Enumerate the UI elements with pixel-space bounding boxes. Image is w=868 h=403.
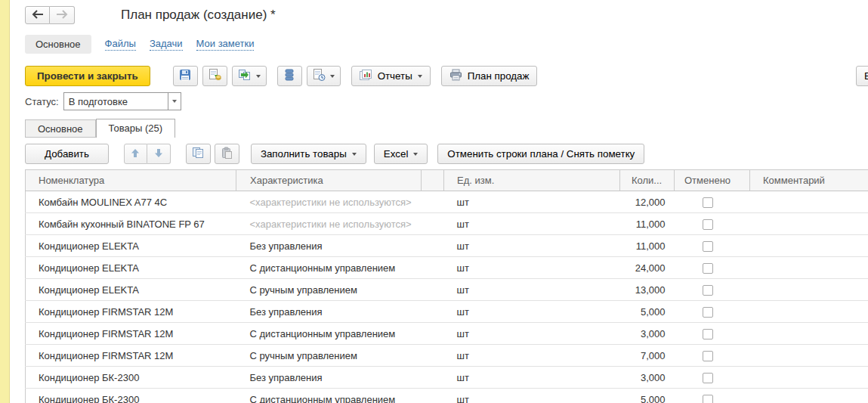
cell-unit[interactable]: шт — [444, 191, 620, 213]
cell-unit[interactable]: шт — [444, 301, 620, 323]
table-row[interactable]: Кондиционер ELEKTA С ручным управлением … — [26, 279, 868, 301]
column-header-cancelled[interactable]: Отменено — [675, 170, 750, 191]
cell-nomenclature[interactable]: Кондиционер ELEKTA — [26, 235, 236, 257]
cell-comment[interactable] — [750, 389, 868, 403]
structure-button[interactable] — [277, 66, 302, 86]
create-based-on-button[interactable] — [232, 66, 267, 86]
cell-quantity[interactable]: 5,000 — [620, 301, 675, 323]
fill-products-button[interactable]: Заполнить товары — [251, 144, 366, 164]
table-row[interactable]: Кондиционер FIRMSTAR 12M Без управления … — [26, 301, 868, 323]
cell-unit[interactable]: шт — [444, 389, 620, 403]
cell-comment[interactable] — [750, 191, 868, 213]
cell-quantity[interactable]: 3,000 — [620, 367, 675, 389]
navtab-moi-zametki[interactable]: Мои заметки — [196, 38, 255, 51]
table-row[interactable]: Кондиционер БК-2300 С дистанционным упра… — [26, 389, 868, 403]
forward-button[interactable] — [50, 6, 75, 24]
cell-unit[interactable]: шт — [444, 367, 620, 389]
cell-comment[interactable] — [750, 323, 868, 345]
back-button[interactable] — [25, 6, 50, 24]
cell-comment[interactable] — [750, 213, 868, 235]
cancelled-checkbox[interactable] — [703, 197, 713, 208]
cell-unit[interactable]: шт — [444, 257, 620, 279]
table-row[interactable]: Комбайн MOULINEX A77 4C <характеристики … — [26, 191, 868, 213]
cancelled-checkbox[interactable] — [703, 263, 713, 274]
cell-unit[interactable]: шт — [444, 235, 620, 257]
post-document-button[interactable] — [202, 66, 227, 86]
cell-nomenclature[interactable]: Комбайн MOULINEX A77 4C — [26, 191, 236, 213]
tab-osnovnoe[interactable]: Основное — [25, 119, 96, 138]
excel-button[interactable]: Excel — [374, 144, 428, 164]
cell-unit[interactable]: шт — [444, 213, 620, 235]
save-button[interactable] — [173, 66, 198, 86]
add-row-button[interactable]: Добавить — [25, 144, 109, 164]
paste-button[interactable] — [215, 144, 239, 164]
cancelled-checkbox[interactable] — [703, 351, 713, 361]
cancelled-checkbox[interactable] — [703, 373, 713, 383]
cell-unit[interactable]: шт — [444, 279, 620, 301]
cell-characteristic[interactable]: <характеристики не используются> — [236, 213, 422, 235]
cell-comment[interactable] — [750, 257, 868, 279]
table-row[interactable]: Кондиционер FIRMSTAR 12M С дистанционным… — [26, 323, 868, 345]
table-row[interactable]: Кондиционер БК-2300 Без управления шт 3,… — [26, 367, 868, 389]
copy-button[interactable] — [186, 144, 211, 164]
column-header-comment[interactable]: Комментарий — [750, 170, 868, 191]
cell-unit[interactable]: шт — [444, 323, 620, 345]
column-header-unit[interactable]: Ед. изм. — [444, 170, 620, 191]
post-and-close-button[interactable]: Провести и закрыть — [25, 66, 150, 86]
cell-nomenclature[interactable]: Кондиционер FIRMSTAR 12M — [26, 345, 236, 367]
cancel-plan-rows-button[interactable]: Отменить строки плана / Снять пометку — [437, 144, 644, 164]
cancelled-checkbox[interactable] — [703, 307, 713, 318]
column-header-characteristic[interactable]: Характеристика — [236, 170, 422, 191]
cell-characteristic[interactable]: <характеристики не используются> — [236, 191, 422, 213]
cell-nomenclature[interactable]: Кондиционер БК-2300 — [26, 367, 236, 389]
tab-tovary[interactable]: Товары (25) — [96, 119, 175, 138]
table-row[interactable]: Кондиционер ELEKTA С дистанционным управ… — [26, 257, 868, 279]
cell-comment[interactable] — [750, 301, 868, 323]
column-header-quantity[interactable]: Коли... — [620, 170, 675, 191]
cell-quantity[interactable]: 11,000 — [620, 213, 675, 235]
cell-comment[interactable] — [750, 235, 868, 257]
table-row[interactable]: Комбайн кухонный BINATONE FP 67 <характе… — [26, 213, 868, 235]
cancelled-checkbox[interactable] — [703, 329, 713, 339]
document-movements-button[interactable] — [307, 66, 341, 86]
cell-characteristic[interactable]: Без управления — [236, 301, 422, 323]
cell-comment[interactable] — [750, 367, 868, 389]
cancelled-checkbox[interactable] — [703, 395, 713, 403]
table-row[interactable]: Кондиционер ELEKTA Без управления шт 11,… — [26, 235, 868, 257]
cell-quantity[interactable]: 13,000 — [620, 279, 675, 301]
status-dropdown[interactable]: В подготовке — [63, 92, 181, 110]
reports-button[interactable]: Отчеты — [351, 66, 431, 86]
cell-characteristic[interactable]: С ручным управлением — [236, 345, 422, 367]
cancelled-checkbox[interactable] — [703, 285, 713, 296]
cell-characteristic[interactable]: С дистанционным управлением — [236, 389, 422, 403]
cell-nomenclature[interactable]: Кондиционер FIRMSTAR 12M — [26, 323, 236, 345]
print-plan-button[interactable]: План продаж — [441, 66, 538, 86]
table-row[interactable]: Кондиционер FIRMSTAR 12M С ручным управл… — [26, 345, 868, 367]
cell-quantity[interactable]: 7,000 — [620, 345, 675, 367]
cell-characteristic[interactable]: С ручным управлением — [236, 279, 422, 301]
cell-comment[interactable] — [750, 345, 868, 367]
cell-nomenclature[interactable]: Кондиционер FIRMSTAR 12M — [26, 301, 236, 323]
cell-nomenclature[interactable]: Кондиционер БК-2300 — [26, 389, 236, 403]
cell-quantity[interactable]: 5,000 — [620, 389, 675, 403]
status-dropdown-button[interactable] — [168, 93, 181, 110]
cell-nomenclature[interactable]: Кондиционер ELEKTA — [26, 279, 236, 301]
cell-comment[interactable] — [750, 279, 868, 301]
cell-characteristic[interactable]: С дистанционным управлением — [236, 323, 422, 345]
navtab-osnovnoe[interactable]: Основное — [25, 35, 91, 54]
cell-quantity[interactable]: 3,000 — [620, 323, 675, 345]
cell-quantity[interactable]: 24,000 — [620, 257, 675, 279]
navtab-zadachi[interactable]: Задачи — [150, 38, 183, 51]
cell-characteristic[interactable]: Без управления — [236, 235, 422, 257]
cell-characteristic[interactable]: Без управления — [236, 367, 422, 389]
cell-unit[interactable]: шт — [444, 345, 620, 367]
navtab-faily[interactable]: Файлы — [105, 38, 136, 51]
more-button[interactable]: Еще — [856, 66, 868, 86]
cancelled-checkbox[interactable] — [703, 219, 713, 230]
cell-characteristic[interactable]: С дистанционным управлением — [236, 257, 422, 279]
cell-nomenclature[interactable]: Кондиционер ELEKTA — [26, 257, 236, 279]
column-header-nomenclature[interactable]: Номенклатура — [26, 170, 236, 191]
cancelled-checkbox[interactable] — [703, 241, 713, 252]
move-down-button[interactable] — [147, 144, 171, 164]
cell-nomenclature[interactable]: Комбайн кухонный BINATONE FP 67 — [26, 213, 236, 235]
